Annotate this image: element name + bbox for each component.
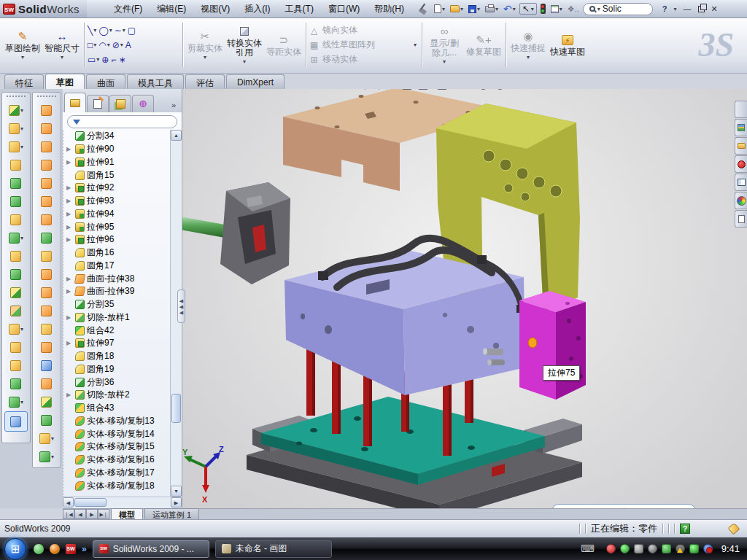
spline-tool[interactable]: ∼▾ — [114, 24, 126, 37]
hole-wizard-icon[interactable] — [2, 211, 30, 229]
help-button[interactable]: ? — [662, 5, 667, 13]
delete-face-icon[interactable] — [33, 284, 61, 302]
health-tray-icon[interactable] — [689, 544, 699, 553]
apply-scene-icon[interactable]: ▾ — [494, 89, 511, 91]
repair-sketch-button[interactable]: ✎+ 修复草图 — [464, 20, 503, 70]
knit-surface-icon[interactable] — [33, 357, 61, 375]
combine-icon[interactable] — [2, 265, 30, 284]
sketch-button[interactable]: ✎ 草图绘制▾ — [3, 20, 42, 70]
minimize-button[interactable]: — — [684, 5, 692, 13]
marquee-tool[interactable]: ▢ — [127, 24, 136, 37]
menu-item[interactable]: 窗口(W) — [322, 1, 366, 18]
circle-tool[interactable]: ◯▾ — [98, 24, 112, 37]
tab-prev-button[interactable]: ◀ — [74, 509, 86, 519]
ribbon-tab[interactable]: 模具工具 — [127, 74, 184, 89]
feature-tree-item[interactable]: ▶ 圆角18 — [65, 350, 169, 363]
feature-tree-item[interactable]: ▶ 拉伸96 — [65, 233, 169, 246]
doc-minimize-button[interactable]: — — [685, 89, 694, 90]
feature-tree-item[interactable]: ▶ 拉伸94 — [65, 208, 169, 221]
feature-tree-item[interactable]: ▶ 分割35 — [65, 298, 169, 311]
curve-icon[interactable] — [2, 375, 30, 393]
scroll-up-arrow[interactable]: ▲ — [171, 130, 182, 141]
sketch-fillet-tool[interactable]: ⌐ — [110, 53, 117, 66]
tag-icon[interactable] — [728, 523, 740, 535]
print-button[interactable]: ▾ — [484, 4, 500, 14]
new-file-button[interactable]: ▾ — [433, 3, 446, 15]
tab-next-button[interactable]: ▶ — [86, 509, 98, 519]
assistant-button[interactable]: ❖.. — [566, 3, 581, 15]
file-explorer-tab[interactable] — [735, 137, 747, 155]
expand-arrow-icon[interactable]: ▶ — [66, 198, 73, 204]
ruled-surface-icon[interactable] — [33, 120, 61, 138]
expand-arrow-icon[interactable]: ▶ — [66, 211, 73, 217]
messenger-icon[interactable] — [34, 544, 44, 554]
tree-horizontal-scrollbar[interactable]: ◀ ▶ — [63, 497, 182, 508]
extruded-cut-icon[interactable]: ▾ — [2, 120, 30, 138]
fillet-icon[interactable]: ▾ — [2, 138, 30, 156]
feature-tree-item[interactable]: ▶ 分割34 — [65, 130, 169, 143]
view-setting2-icon[interactable]: ▾ — [514, 89, 531, 90]
warning-tray-icon[interactable] — [676, 544, 685, 553]
linear-pattern-button[interactable]: ▦线性草图阵列▾ — [309, 39, 419, 52]
flex-icon[interactable] — [33, 265, 61, 284]
feature-tree-item[interactable]: ▶ 拉伸93 — [65, 195, 169, 208]
rectangle-tool[interactable]: □▾ — [87, 39, 97, 52]
keep-body-icon[interactable] — [2, 338, 30, 357]
sweep-icon[interactable] — [33, 138, 61, 156]
feature-tree-item[interactable]: ▶ 拉伸91 — [65, 156, 169, 169]
feature-tree-item[interactable]: ▶ 曲面-拉伸38 — [65, 272, 169, 285]
quick-snaps-button[interactable]: ◉ 快速捕捉▾ — [508, 20, 548, 70]
graphics-viewport[interactable]: Y Z X — [182, 89, 747, 508]
scroll-down-arrow[interactable]: ▼ — [171, 486, 182, 497]
shell-icon[interactable] — [2, 174, 30, 192]
mirror-entities-button[interactable]: △镜向实体 — [309, 24, 419, 37]
ellipse-tool[interactable]: ⊘▾ — [112, 39, 124, 52]
dome-icon[interactable] — [33, 229, 61, 247]
zoom-fit-icon[interactable] — [356, 89, 367, 90]
reference-geometry-icon[interactable] — [2, 357, 30, 375]
slot-tool[interactable]: ▭▾ — [87, 53, 100, 66]
scroll-left-arrow[interactable]: ◀ — [63, 497, 74, 508]
settings-tray-icon[interactable] — [634, 544, 643, 553]
loft-icon[interactable] — [33, 156, 61, 174]
ribbon-tab[interactable]: 曲面 — [86, 74, 125, 89]
expand-arrow-icon[interactable]: ▶ — [66, 236, 73, 243]
indent-icon[interactable] — [33, 302, 61, 320]
feature-tree-item[interactable]: ▶ 切除-放样1 — [65, 311, 169, 324]
tree-filter-input[interactable] — [67, 115, 177, 128]
quick-launch-overflow[interactable]: » — [82, 544, 87, 554]
panel-tabs-overflow[interactable]: » — [167, 101, 180, 112]
menu-item[interactable]: 工具(T) — [279, 1, 320, 18]
feature-tree-item[interactable]: ▶ 分割36 — [65, 376, 169, 389]
revolve-icon[interactable] — [33, 101, 61, 120]
restore-button[interactable] — [698, 6, 705, 12]
feature-tree-item[interactable]: ▶ 曲面-拉伸39 — [65, 285, 169, 298]
scroll-thumb[interactable] — [171, 394, 181, 423]
doc-close-button[interactable]: ✕ — [721, 89, 728, 90]
move-entities-button[interactable]: ⊞移动实体 — [309, 53, 419, 66]
panel-splitter-handle[interactable]: ◀◀◀ — [177, 289, 185, 323]
feature-tree-item[interactable]: ▶ 切除-放样2 — [65, 389, 169, 402]
feature-tree-item[interactable]: ▶ 圆角19 — [65, 363, 169, 376]
volume-tray-icon[interactable] — [648, 544, 657, 553]
expand-arrow-icon[interactable]: ▶ — [66, 224, 73, 230]
select-tool-button[interactable]: ↖▾ — [519, 3, 537, 15]
feature-tree-item[interactable]: ▶ 拉伸95 — [65, 220, 169, 233]
toolbar-grip[interactable] — [37, 96, 56, 98]
document-tab[interactable]: 运动算例 1 — [144, 508, 199, 519]
arc-tool[interactable]: ◠▾ — [98, 39, 111, 52]
menu-item[interactable]: 帮助(H) — [368, 1, 411, 18]
move-copy-body-icon[interactable] — [2, 302, 30, 320]
expand-arrow-icon[interactable]: ▶ — [66, 288, 73, 295]
search-input[interactable]: Solic — [603, 4, 622, 14]
polygon-tool[interactable]: ⊕ — [101, 53, 109, 66]
surface-fillet-icon[interactable] — [33, 393, 61, 411]
line-tool[interactable]: ╲▾ — [87, 24, 97, 37]
split-icon[interactable] — [2, 284, 30, 302]
cylinder-icon[interactable] — [33, 411, 61, 429]
feature-tree-item[interactable]: ▶ 实体-移动/复制18 — [65, 479, 169, 492]
rebuild-button[interactable] — [539, 2, 547, 15]
expand-arrow-icon[interactable]: ▶ — [66, 340, 73, 346]
save-button[interactable]: ▾ — [467, 4, 481, 15]
keyboard-icon[interactable]: ⌨ — [581, 543, 595, 554]
